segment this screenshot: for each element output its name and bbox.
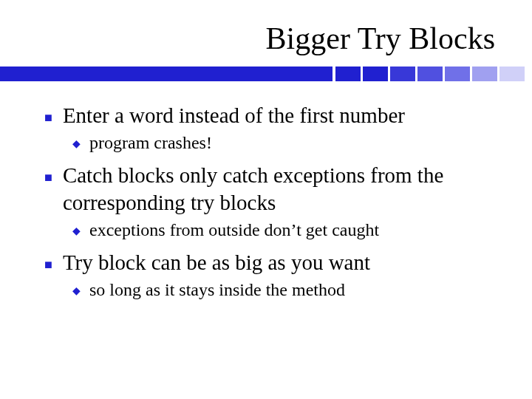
bullet-text: Catch blocks only catch exceptions from … — [63, 162, 502, 216]
decor-bar-seg — [417, 66, 443, 81]
decor-bar-seg — [390, 66, 415, 81]
decor-bar-solid — [0, 66, 332, 81]
diamond-bullet-icon: ◆ — [72, 137, 81, 151]
bullet-text: Try block can be as big as you want — [63, 249, 370, 276]
decor-bar — [30, 66, 502, 81]
slide: Bigger Try Blocks ■ Enter a word instead… — [0, 0, 532, 399]
decor-bar-seg — [445, 66, 470, 81]
square-bullet-icon: ■ — [44, 169, 52, 186]
slide-title: Bigger Try Blocks — [30, 21, 502, 56]
decor-bar-seg — [499, 66, 525, 81]
decor-bar-segments — [335, 66, 525, 81]
bullet-level2: ◆ exceptions from outside don’t get caug… — [72, 219, 502, 242]
decor-bar-seg — [472, 66, 497, 81]
bullet-text: exceptions from outside don’t get caught — [89, 219, 379, 242]
bullet-text: so long as it stays inside the method — [89, 279, 345, 301]
diamond-bullet-icon: ◆ — [72, 284, 81, 298]
bullet-level1: ■ Try block can be as big as you want — [44, 249, 502, 276]
content-area: ■ Enter a word instead of the first numb… — [30, 102, 502, 302]
bullet-text: program crashes! — [89, 132, 212, 154]
square-bullet-icon: ■ — [44, 109, 52, 126]
bullet-level2: ◆ so long as it stays inside the method — [72, 279, 502, 301]
diamond-bullet-icon: ◆ — [72, 225, 81, 238]
bullet-level1: ■ Enter a word instead of the first numb… — [44, 102, 502, 129]
square-bullet-icon: ■ — [44, 256, 52, 273]
bullet-text: Enter a word instead of the first number — [63, 102, 405, 129]
bullet-level2: ◆ program crashes! — [72, 132, 502, 154]
bullet-level1: ■ Catch blocks only catch exceptions fro… — [44, 162, 502, 216]
decor-bar-seg — [363, 66, 388, 81]
decor-bar-seg — [335, 66, 361, 81]
